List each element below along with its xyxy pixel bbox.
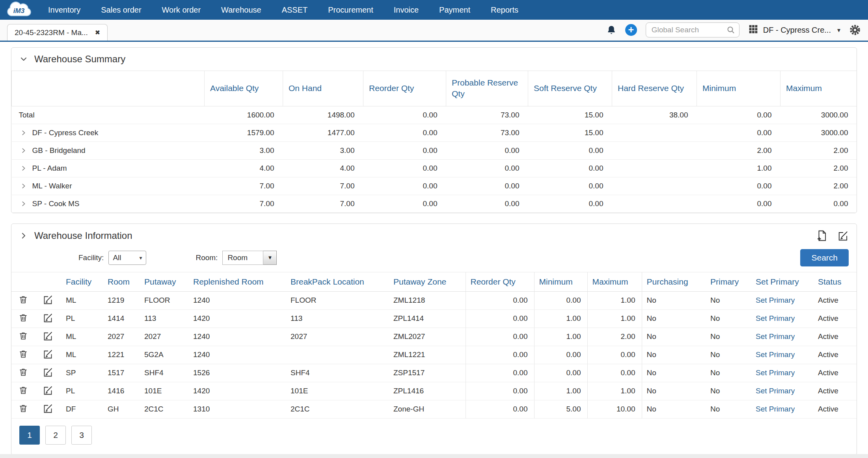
search-icon[interactable] xyxy=(726,25,736,36)
info-cell: 0.00 xyxy=(466,328,534,346)
edit-icon[interactable] xyxy=(43,294,53,305)
summary-row-label-cell: ML - Walker xyxy=(12,177,205,195)
room-combobox[interactable]: Room ▼ xyxy=(222,251,277,265)
info-cell: ZML1221 xyxy=(389,346,466,364)
add-record-icon[interactable] xyxy=(816,230,827,242)
info-cell: 2C1C xyxy=(140,400,188,418)
edit-record-icon[interactable] xyxy=(838,230,849,241)
trash-icon[interactable] xyxy=(19,313,28,323)
collapse-chevron-down-icon[interactable] xyxy=(19,55,28,63)
set-primary-link[interactable]: Set Primary xyxy=(756,369,795,377)
notifications-bell-icon[interactable] xyxy=(606,24,617,35)
column-header-facility: Facility xyxy=(61,272,103,291)
edit-row-cell xyxy=(35,382,61,400)
chevron-down-icon[interactable]: ▾ xyxy=(837,26,840,34)
edit-icon[interactable] xyxy=(43,403,53,413)
info-cell: FLOOR xyxy=(140,291,188,309)
expand-icon[interactable] xyxy=(20,183,27,189)
info-cell: 1221 xyxy=(103,346,140,364)
nav-item-inventory[interactable]: Inventory xyxy=(38,0,91,20)
expand-chevron-right-icon[interactable] xyxy=(19,231,28,240)
nav-item-asset[interactable]: ASSET xyxy=(272,0,318,20)
summary-cell: 0.00 xyxy=(446,159,528,177)
facility-select[interactable]: All ▾ xyxy=(108,251,146,265)
page-button-1[interactable]: 1 xyxy=(19,426,40,445)
summary-cell: 0.00 xyxy=(697,106,780,124)
expand-icon[interactable] xyxy=(20,201,27,207)
edit-icon[interactable] xyxy=(43,331,53,341)
trash-icon[interactable] xyxy=(19,367,28,377)
edit-icon[interactable] xyxy=(43,349,53,359)
column-header-primary: Primary xyxy=(706,272,751,291)
summary-cell: 2.00 xyxy=(780,141,857,159)
set-primary-link[interactable]: Set Primary xyxy=(756,296,795,304)
nav-item-warehouse[interactable]: Warehouse xyxy=(211,0,272,20)
summary-cell: 0.00 xyxy=(363,141,446,159)
expand-icon[interactable] xyxy=(20,147,27,154)
warehouse-summary-panel: Warehouse Summary Available QtyOn HandRe… xyxy=(11,47,857,213)
trash-icon[interactable] xyxy=(19,385,28,395)
warehouse-information-table: FacilityRoomPutawayReplenished RoomBreak… xyxy=(11,272,857,419)
set-primary-link[interactable]: Set Primary xyxy=(756,387,795,395)
set-primary-link[interactable]: Set Primary xyxy=(756,405,795,413)
pagination: 123 xyxy=(11,419,857,455)
expand-icon[interactable] xyxy=(20,130,27,136)
info-cell: 0.00 xyxy=(466,400,534,418)
nav-item-work-order[interactable]: Work order xyxy=(152,0,211,20)
set-primary-link[interactable]: Set Primary xyxy=(756,332,795,341)
set-primary-cell: Set Primary xyxy=(751,291,813,309)
edit-icon[interactable] xyxy=(43,385,53,395)
panel-actions xyxy=(816,230,849,242)
column-header-putaway-zone: Putaway Zone xyxy=(389,272,466,291)
info-cell: ZML1218 xyxy=(389,291,466,309)
warehouse-selector[interactable]: DF - Cypress Cre... ▾ xyxy=(748,24,840,36)
trash-icon[interactable] xyxy=(19,331,28,341)
edit-icon[interactable] xyxy=(43,313,53,323)
info-cell: 10.00 xyxy=(587,400,642,418)
summary-cell: 3000.00 xyxy=(780,124,857,141)
nav-item-reports[interactable]: Reports xyxy=(481,0,529,20)
nav-item-payment[interactable]: Payment xyxy=(429,0,481,20)
horizontal-scrollbar[interactable] xyxy=(0,454,868,458)
summary-row-label: ML - Walker xyxy=(32,182,72,190)
info-cell: SP xyxy=(61,364,103,382)
nav-item-procurement[interactable]: Procurement xyxy=(318,0,384,20)
summary-cell: 0.00 xyxy=(528,159,612,177)
summary-cell xyxy=(612,177,697,195)
info-cell: 1416 xyxy=(103,382,140,400)
nav-item-sales-order[interactable]: Sales order xyxy=(91,0,151,20)
info-cell: 0.00 xyxy=(587,364,642,382)
app-logo[interactable]: iM3 xyxy=(0,0,38,20)
set-primary-link[interactable]: Set Primary xyxy=(756,314,795,322)
info-cell: 2027 xyxy=(140,328,188,346)
info-cell: 0.00 xyxy=(466,291,534,309)
trash-icon[interactable] xyxy=(19,403,28,413)
summary-cell: 0.00 xyxy=(697,124,780,141)
global-search-input[interactable] xyxy=(646,22,739,37)
column-header-reorder-qty: Reorder Qty xyxy=(363,71,446,106)
set-primary-cell: Set Primary xyxy=(751,364,813,382)
search-button[interactable]: Search xyxy=(800,249,849,266)
table-row: DFGH2C1C13102C1CZone-GH0.005.0010.00NoNo… xyxy=(11,400,857,418)
trash-icon[interactable] xyxy=(19,294,28,305)
settings-gear-icon[interactable] xyxy=(849,24,861,36)
set-primary-link[interactable]: Set Primary xyxy=(756,350,795,359)
edit-icon[interactable] xyxy=(43,367,53,377)
set-primary-cell: Set Primary xyxy=(751,346,813,364)
summary-cell: 15.00 xyxy=(528,106,612,124)
column-header-soft-reserve-qty: Soft Reserve Qty xyxy=(528,71,612,106)
delete-row-cell xyxy=(11,400,35,418)
info-cell: 101E xyxy=(286,382,389,400)
add-new-button[interactable]: + xyxy=(625,24,637,36)
nav-item-invoice[interactable]: Invoice xyxy=(384,0,429,20)
expand-icon[interactable] xyxy=(20,165,27,171)
document-tab[interactable]: 20-45-2323RM - Ma... ✖ xyxy=(7,24,108,41)
page-button-2[interactable]: 2 xyxy=(45,426,66,445)
summary-cell: 0.00 xyxy=(446,141,528,159)
room-dropdown-button[interactable]: ▼ xyxy=(263,251,277,265)
trash-icon[interactable] xyxy=(19,349,28,359)
select-arrow-icon: ▾ xyxy=(139,255,142,261)
close-icon[interactable]: ✖ xyxy=(95,29,100,36)
page-button-3[interactable]: 3 xyxy=(71,426,92,445)
info-cell: 1240 xyxy=(188,291,286,309)
